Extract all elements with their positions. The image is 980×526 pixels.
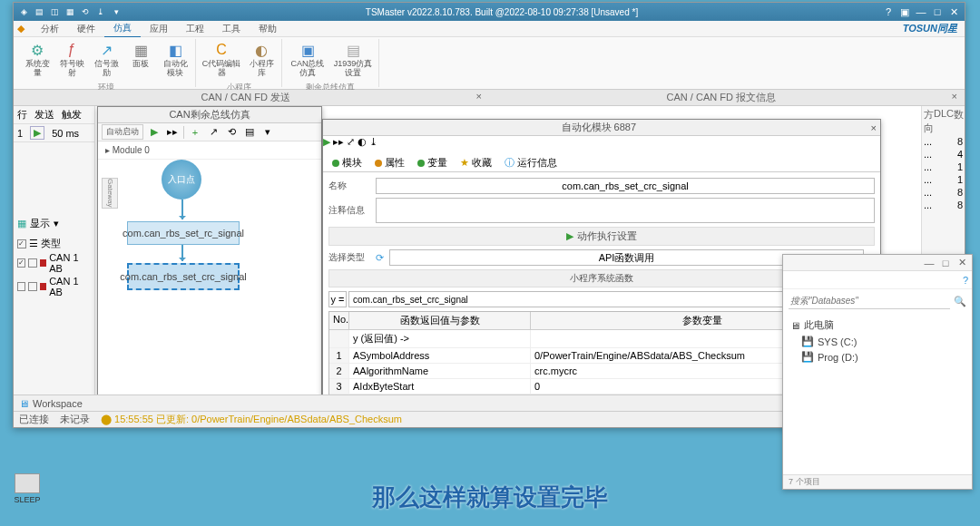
qat-icon[interactable]: ▾ xyxy=(110,5,122,18)
diagram-canvas[interactable]: ▸ Module 0 Gateway 入口点 com.can_rbs_set_r… xyxy=(98,141,321,394)
btn-j1939[interactable]: ▤J1939仿真设置 xyxy=(331,39,375,80)
step-icon[interactable]: ▸▸ xyxy=(165,125,180,140)
db-tree: 🖥此电脑 💾SYS (C:) 💾Prog (D:) xyxy=(783,313,972,368)
tab-fav[interactable]: ★收藏 xyxy=(455,154,497,171)
qat-icon[interactable]: ◫ xyxy=(48,5,61,18)
tool-icon[interactable]: ↗ xyxy=(206,125,220,140)
quick-access-toolbar: ◈ ▤ ◫ ▦ ⟲ ⤓ ▾ xyxy=(17,5,122,18)
ribbon-tab-tools[interactable]: 工具 xyxy=(213,21,250,37)
tool-icon[interactable]: ⤢ xyxy=(347,136,355,147)
c-icon: C xyxy=(212,41,230,59)
dot-icon xyxy=(375,160,382,167)
btn-prog-lib[interactable]: ◐小程序库 xyxy=(245,39,278,80)
checkbox2[interactable] xyxy=(28,282,36,291)
minimize-icon[interactable]: — xyxy=(923,258,936,268)
btn-system-vars[interactable]: ⚙系统变量 xyxy=(21,39,54,80)
minimize-button[interactable]: — xyxy=(914,5,928,18)
settings-icon[interactable]: ▣ xyxy=(897,5,912,18)
tree-node-drive[interactable]: 💾Prog (D:) xyxy=(790,349,965,365)
search-icon[interactable]: 🔍 xyxy=(954,296,966,307)
tab-vars[interactable]: 变量 xyxy=(412,154,453,171)
ribbon-tab-application[interactable]: 应用 xyxy=(141,21,177,37)
maximize-icon[interactable]: □ xyxy=(939,258,952,268)
qat-icon[interactable]: ⟲ xyxy=(79,5,92,18)
maximize-button[interactable]: □ xyxy=(930,5,945,18)
close-button[interactable]: ✕ xyxy=(946,5,961,18)
play-button[interactable]: ▶ xyxy=(30,126,44,140)
btn-signal-stim[interactable]: ↗信号激励 xyxy=(90,39,122,80)
qat-icon[interactable]: ◈ xyxy=(17,5,30,18)
signal-icon: ↗ xyxy=(97,41,115,59)
help-icon[interactable]: ? xyxy=(963,275,968,286)
refresh-icon[interactable]: ⟳ xyxy=(376,252,384,264)
flow-node-1[interactable]: com.can_rbs_set_rc_signal xyxy=(127,221,240,245)
flow-node-2-selected[interactable]: com.can_rbs_set_crc_signal xyxy=(127,263,240,290)
tool-icon[interactable]: ⟲ xyxy=(224,125,239,140)
ribbon-tab-analysis[interactable]: 分析 xyxy=(32,21,68,37)
app-icon[interactable]: ◆ xyxy=(17,23,32,34)
checkbox[interactable] xyxy=(17,239,26,248)
ribbon-tab-help[interactable]: 帮助 xyxy=(250,21,286,37)
connector xyxy=(181,245,183,261)
gateway-node[interactable]: Gateway xyxy=(102,178,118,209)
comment-field[interactable] xyxy=(376,198,875,223)
play-icon[interactable]: ▶ xyxy=(147,125,162,140)
checkbox[interactable] xyxy=(17,282,25,291)
help-icon[interactable]: ? xyxy=(881,5,896,18)
play-icon[interactable]: ▶ xyxy=(323,136,330,147)
name-label: 名称 xyxy=(328,180,370,192)
entry-node[interactable]: 入口点 xyxy=(162,160,201,200)
formula-input[interactable] xyxy=(348,291,826,307)
close-icon[interactable]: × xyxy=(871,122,877,133)
qat-icon[interactable]: ▤ xyxy=(33,5,45,18)
formula-prefix: y = xyxy=(328,291,347,307)
tab-module[interactable]: 模块 xyxy=(327,154,368,171)
close-icon[interactable]: ✕ xyxy=(956,257,968,268)
qat-icon[interactable]: ⤓ xyxy=(94,5,107,18)
comment-label: 注释信息 xyxy=(328,204,370,217)
tree-node-drive[interactable]: 💾SYS (C:) xyxy=(790,334,965,349)
tab-runinfo[interactable]: ⓘ运行信息 xyxy=(499,154,563,171)
checkbox[interactable] xyxy=(17,258,25,268)
gear-icon: ⚙ xyxy=(28,41,46,59)
ribbon-tab-simulation[interactable]: 仿真 xyxy=(104,20,141,38)
btn-can-rbs[interactable]: ▣CAN总线仿真 xyxy=(286,39,329,80)
tree-node-computer[interactable]: 🖥此电脑 xyxy=(790,317,965,334)
status-log: ⬤ 15:55:55 已更新: 0/PowerTrain/Engine/ABSd… xyxy=(101,413,402,426)
tool-icon[interactable]: ⤓ xyxy=(369,136,377,147)
name-field[interactable]: com.can_rbs_set_crc_signal xyxy=(376,178,875,194)
side-tab[interactable]: 自动启动 xyxy=(102,124,143,140)
close-tab-icon[interactable]: × xyxy=(952,91,957,102)
can-rbs-window: CAN剩余总线仿真 自动启动 ▶ ▸▸ + ↗ ⟲ ▤ ▾ ▸ Module 0… xyxy=(97,106,322,394)
db-toolbar: ? xyxy=(783,271,972,289)
btn-panel[interactable]: ▦面板 xyxy=(124,39,157,80)
action-header: ▶动作执行设置 xyxy=(328,227,875,246)
ribbon-tab-project[interactable]: 工程 xyxy=(177,21,213,37)
ribbon-tab-hardware[interactable]: 硬件 xyxy=(68,21,104,37)
col-send: 发送 xyxy=(34,108,54,122)
workspace-indicator[interactable]: 🖥Workspace xyxy=(19,398,83,409)
tab-props[interactable]: 属性 xyxy=(369,154,410,171)
display-dropdown[interactable]: 显示 xyxy=(30,217,50,230)
tree-item[interactable]: CAN 1 AB xyxy=(49,276,91,297)
btn-automation[interactable]: ◧自动化模块 xyxy=(159,39,191,80)
drive-icon: 💾 xyxy=(801,336,814,347)
add-icon[interactable]: + xyxy=(188,125,202,140)
tool-icon[interactable]: ▾ xyxy=(260,125,275,140)
checkbox2[interactable] xyxy=(28,258,36,268)
doc-tab-send[interactable]: CAN / CAN FD 发送× xyxy=(14,89,489,106)
search-input[interactable] xyxy=(789,293,950,309)
desktop-icon-sleep[interactable]: SLEEP xyxy=(9,473,45,504)
module-header[interactable]: ▸ Module 0 xyxy=(98,141,321,160)
qat-icon[interactable]: ▦ xyxy=(64,5,76,18)
tool-icon[interactable]: ▸▸ xyxy=(333,136,344,147)
tree-item[interactable]: CAN 1 AB xyxy=(49,252,91,274)
btn-c-editor[interactable]: CC代码编辑器 xyxy=(200,39,243,80)
doc-tab-info[interactable]: CAN / CAN FD 报文信息× xyxy=(489,89,965,106)
btn-symbol-map[interactable]: ƒ符号映射 xyxy=(55,39,88,80)
module-icon: ◧ xyxy=(166,41,184,59)
databases-window: — □ ✕ ? 🔍 🖥此电脑 💾SYS (C:) 💾Prog (D:) 7 个项… xyxy=(782,254,973,490)
tool-icon[interactable]: ◐ xyxy=(358,136,367,147)
close-tab-icon[interactable]: × xyxy=(476,91,482,102)
tool-icon[interactable]: ▤ xyxy=(242,125,257,140)
